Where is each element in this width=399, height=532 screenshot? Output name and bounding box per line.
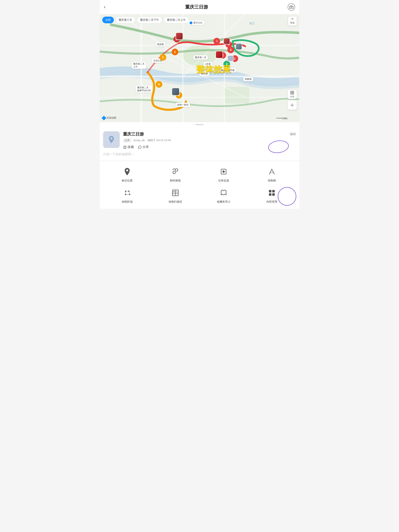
edit-button[interactable]: 编辑 (290, 132, 296, 136)
tool-make-route[interactable]: 制作路线 (151, 166, 200, 183)
pin-thumb-2 (223, 38, 230, 44)
share-label: 分享 (143, 145, 149, 149)
tool-draw-area[interactable]: 绘制区域 (103, 187, 151, 204)
public-badge: 公开 (123, 138, 131, 143)
draw-line-label: 绘制线 (268, 179, 276, 183)
info-meta: 公开 amap_a6... 编辑于 04-10 13:44 (123, 138, 296, 143)
filter-tabs: 全部 重庆第三天 重庆第二天下午 重庆第二天上午 (100, 17, 299, 23)
record-footprint-icon (218, 166, 229, 177)
camera-button[interactable] (288, 3, 295, 11)
map-thumbnail (103, 131, 120, 148)
svg-rect-22 (269, 190, 271, 192)
tool-grid: 标记位置 制作路线 记录足迹 (100, 161, 299, 209)
tool-draw-line[interactable]: 绘制线 (248, 166, 296, 183)
info-title-row: 重庆三日游 编辑 (123, 131, 296, 137)
tool-draw-admin[interactable]: 绘制行政区 (151, 187, 200, 204)
svg-rect-24 (269, 193, 271, 196)
collect-import-icon (218, 187, 229, 198)
tool-record-footprint[interactable]: 记录足迹 (200, 166, 248, 183)
tool-grid-wrapper: 标记位置 制作路线 记录足迹 (100, 161, 299, 209)
tab-day2-morning[interactable]: 重庆第二天上午 (164, 17, 189, 23)
make-route-icon (170, 166, 181, 177)
collect-label: 收藏 (128, 145, 134, 149)
overview-button[interactable]: 全览 (288, 90, 297, 99)
pin-thumb-3 (235, 43, 242, 50)
pin-thumb-5 (172, 88, 180, 95)
page-title: 重庆三日游 (185, 4, 208, 10)
svg-rect-4 (224, 87, 249, 103)
info-actions: 收藏 分享 (123, 145, 296, 149)
locate-button[interactable] (288, 101, 297, 110)
pin-thumb-6 (227, 55, 234, 62)
collect-button[interactable]: 收藏 (123, 145, 134, 149)
tool-collect-import[interactable]: 收藏夹导入 (200, 187, 248, 204)
info-panel: 重庆三日游 编辑 公开 amap_a6... 编辑于 04-10 13:44 收… (100, 127, 299, 160)
info-panel-wrapper: 重庆三日游 编辑 公开 amap_a6... 编辑于 04-10 13:44 收… (100, 127, 299, 160)
back-button[interactable]: ‹ (104, 4, 105, 10)
mark-location-label: 标记位置 (122, 179, 133, 183)
map-container[interactable]: 全部 重庆第三天 重庆第二天下午 重庆第二天上午 筛选 整体效果 重庆北站 观音… (100, 14, 299, 122)
map-description[interactable]: 介绍一下你的地图吧～ (103, 152, 296, 156)
map-controls: 全览 (288, 90, 297, 110)
content-manage-label: 内容管理 (266, 200, 277, 204)
share-button[interactable]: 分享 (138, 145, 149, 149)
map-title: 重庆三日游 (123, 131, 144, 137)
content-manage-icon (266, 187, 277, 198)
pin-thumb-1 (176, 32, 183, 40)
draw-area-label: 绘制区域 (122, 200, 133, 204)
pin-thumb-4 (215, 51, 223, 58)
draw-line-icon (266, 166, 277, 177)
mark-location-icon (122, 166, 133, 177)
svg-point-0 (291, 6, 292, 8)
record-footprint-label: 记录足迹 (218, 179, 229, 183)
info-row: 重庆三日游 编辑 公开 amap_a6... 编辑于 04-10 13:44 收… (103, 131, 296, 149)
draw-admin-icon (170, 187, 181, 198)
make-route-label: 制作路线 (170, 179, 181, 183)
tab-all[interactable]: 全部 (102, 17, 114, 23)
meta-user: amap_a6... (133, 139, 147, 142)
map-logo: 高德地图 (102, 116, 116, 120)
svg-point-14 (292, 105, 293, 106)
scroll-indicator (100, 122, 299, 127)
filter-button[interactable]: 筛选 (288, 17, 297, 25)
tool-mark-location[interactable]: 标记位置 (103, 166, 151, 183)
tab-day2-afternoon[interactable]: 重庆第二天下午 (137, 17, 162, 23)
info-content: 重庆三日游 编辑 公开 amap_a6... 编辑于 04-10 13:44 收… (123, 131, 296, 149)
app-header: ‹ 重庆三日游 (100, 0, 299, 14)
svg-point-16 (222, 171, 225, 173)
tool-content-manage[interactable]: 内容管理 (248, 187, 296, 204)
tab-day3[interactable]: 重庆第三天 (115, 17, 135, 23)
meta-date: 编辑于 04-10 13:44 (147, 139, 171, 142)
collect-import-label: 收藏夹导入 (217, 200, 230, 204)
draw-admin-label: 绘制行政区 (169, 200, 182, 204)
draw-area-icon (122, 187, 133, 198)
scale-label: 二五栏 (282, 117, 288, 120)
svg-rect-25 (272, 193, 275, 196)
scroll-dot (195, 124, 204, 125)
svg-rect-23 (272, 190, 275, 192)
